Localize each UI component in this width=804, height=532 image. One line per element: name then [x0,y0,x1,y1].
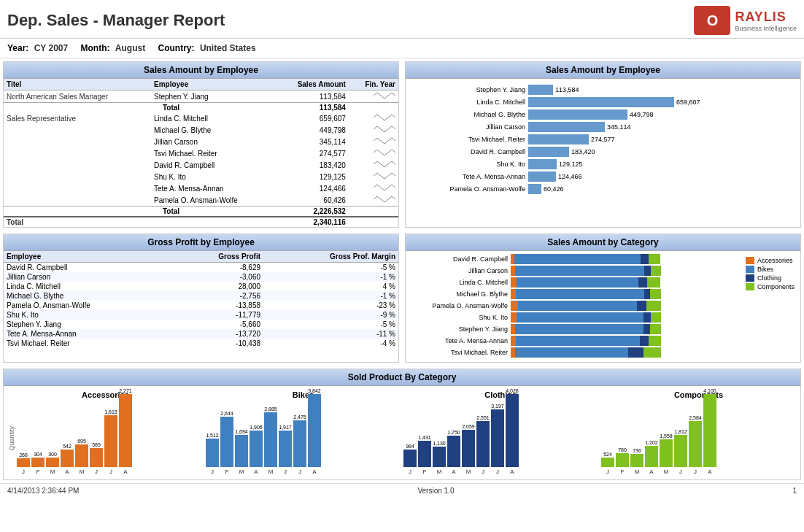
cell-sales: 2,226,532 [274,207,349,217]
sales-employee-table-section: Sales Amount by Employee Titel Employee … [3,61,399,228]
col-finyear: Fin. Year [349,79,398,90]
bikes-seg [518,301,637,311]
cell-titel [4,207,151,217]
chart-bar-row: Jillian Carson 345,114 [411,122,795,132]
bar [528,122,605,132]
sold-by-category-header: Sold Product By Category [4,369,800,386]
gp-cell-margin: -11 % [263,329,398,339]
bikes-seg [517,277,638,288]
chart-bar-row: Stephen Y. Jiang 113,584 [411,85,795,95]
cell-titel [4,103,151,113]
vert-bar-label: M [239,469,244,475]
legend-item: Components [746,283,795,290]
cell-wave [349,207,398,217]
legend-item: Clothing [746,274,795,282]
vert-bar-group: 1,812 J [674,429,687,475]
cell-employee: Shu K. Ito [151,171,274,182]
vert-bar-group: 2,644 F [220,411,233,475]
clothing-seg [643,312,651,323]
vert-bar-label: A [312,469,316,475]
vert-bar [616,453,629,467]
vert-bar-value: 3,197 [491,404,504,409]
cell-titel [4,182,151,194]
vert-bar-value: 1,812 [674,429,687,434]
cell-sales: 60,426 [274,194,349,207]
accessories-seg [511,289,516,299]
mid-sections: Gross Profit by Employee Employee Gross … [0,231,804,366]
vert-bar [250,431,263,467]
vert-bar-group: 736 M [630,448,643,475]
cat-bar-label: Michael G. Blythe [409,290,511,298]
vert-bar [491,409,504,467]
vert-bar-value: 1,750 [447,430,460,435]
gp-cell-margin: -9 % [263,310,398,320]
vert-bar-group: 589 J [90,442,103,475]
gp-cell-employee: Tsvi Michael. Reiter [4,339,173,348]
bikes-seg [515,266,644,276]
gp-cell-margin: -1 % [263,291,398,301]
table-row: Tete A. Mensa-Annan 124,466 [4,182,398,194]
footer-page: 1 [792,487,797,495]
cat-bar-row: Linda C. Mitchell [409,277,743,288]
footer-version: Version 1.0 [417,487,454,495]
bar-container: 659,607 [528,97,795,107]
vert-bar-group: 1,615 J [104,409,117,475]
bikes-seg [516,289,644,299]
cell-titel [4,136,151,147]
table-row: Jillian Carson 345,114 [4,136,398,147]
vert-bar-group: 1,202 A [645,440,658,475]
gross-profit-table: Employee Gross Profit Gross Prof. Margin… [4,251,398,348]
table-row: Total 2,226,532 [4,207,398,217]
vert-bar [31,458,45,467]
vert-bar-group: 1,558 M [660,433,673,475]
cell-titel [4,147,151,159]
sales-category-chart-area: David R. Campbell Jillian Carson Linda C… [406,251,800,362]
vert-bar [433,447,446,467]
bar-chart-vert: 524 J 780 F 736 M 1,202 A [601,402,716,475]
gp-cell-employee: David R. Campbell [4,263,173,273]
cat-bar-row: Shu K. Ito [409,312,743,323]
vert-bar [17,458,30,467]
bar [528,97,674,107]
logo-subtitle: Business Intelligence [735,25,797,32]
components-seg [651,266,661,276]
sold-chart-clothing: Clothing 984 J 1,431 F 1,130 M [403,390,598,475]
vert-bar-group: 1,431 F [418,435,431,475]
vert-bar-value: 1,694 [235,429,248,434]
cat-bar-label: Tete A. Mensa-Annan [409,337,511,344]
cell-employee: Tete A. Mensa-Annan [151,182,274,194]
chart-bar-row: Michael G. Blythe 449,798 [411,109,795,120]
vert-bar-group: 268 J [17,452,30,475]
bar-value: 129,125 [559,161,583,168]
vert-bar-group: 2,475 J [293,415,306,475]
year-value: CY 2007 [34,43,68,53]
cat-bar-segments [511,301,661,311]
vert-bar-value: 2,644 [220,411,233,416]
vert-bar-label: A [123,469,127,475]
vert-bar-label: J [694,469,697,475]
bar-value: 183,420 [571,148,595,155]
bar [528,171,556,182]
cell-sales: 2,340,116 [274,217,349,227]
cell-titel [4,171,151,182]
vert-bar-value: 542 [63,444,71,449]
vert-bar-value: 1,512 [206,433,219,438]
vert-bar-value: 1,558 [660,433,673,439]
vert-bar-group: 3,197 J [491,404,504,475]
vert-bar [61,450,74,467]
cell-sales: 449,798 [274,124,349,136]
cat-bar-label: Linda C. Mitchell [409,279,511,286]
clothing-seg [644,266,651,276]
legend-color [746,257,754,264]
bar [528,184,541,194]
vert-bar-value: 780 [618,447,627,452]
vert-bar-group: 695 M [75,439,88,475]
gp-cell-profit: -13,858 [173,301,263,310]
bar-container: 60,426 [528,184,795,194]
vert-bar-group: 304 F [31,452,45,475]
sales-category-section: Sales Amount by Category David R. Campbe… [405,234,801,363]
legend-label: Bikes [757,266,773,273]
gp-cell-profit: -2,756 [173,291,263,301]
vert-bar-label: J [211,469,214,475]
gp-cell-profit: -3,060 [173,272,263,282]
